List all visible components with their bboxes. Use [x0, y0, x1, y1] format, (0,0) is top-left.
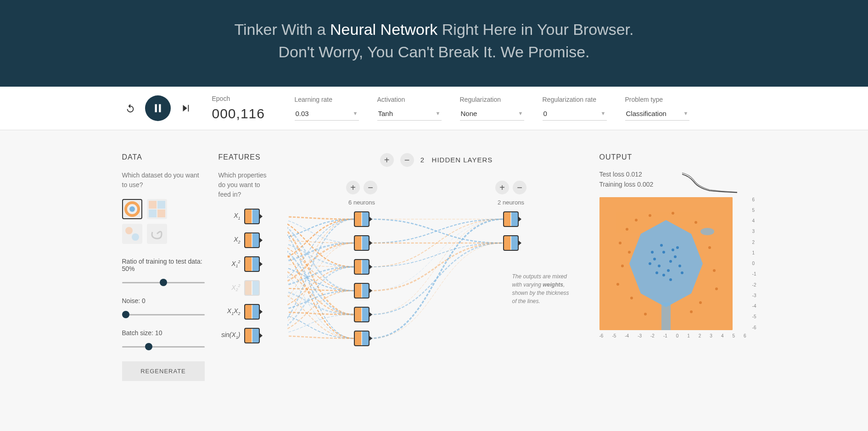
- feature-node[interactable]: [244, 280, 260, 296]
- neuron-node[interactable]: [354, 283, 370, 298]
- neuron-node[interactable]: [354, 259, 370, 275]
- svg-point-10: [700, 228, 714, 235]
- step-button[interactable]: [177, 100, 194, 116]
- regularization-label: Regularization: [460, 96, 524, 103]
- features-column: FEATURES Which properties do you want to…: [218, 153, 274, 352]
- dataset-xor[interactable]: [147, 199, 167, 219]
- feature-row: X1X2: [218, 304, 274, 320]
- data-subtitle: Which dataset do you want to use?: [122, 171, 205, 190]
- dataset-grid: [122, 199, 205, 244]
- noise-slider[interactable]: [122, 314, 205, 315]
- add-neuron-button[interactable]: +: [495, 181, 509, 194]
- neuron-node[interactable]: [354, 211, 370, 227]
- svg-point-28: [635, 219, 638, 221]
- features-subtitle: Which properties do you want to feed in?: [218, 171, 274, 199]
- svg-point-19: [649, 262, 651, 265]
- play-pause-button[interactable]: [145, 95, 171, 121]
- feature-row: X22: [218, 280, 274, 296]
- learning-rate-select[interactable]: 0.03 ▼: [295, 107, 359, 121]
- svg-point-22: [681, 271, 683, 274]
- feature-label: X2: [218, 236, 241, 244]
- neuron-node[interactable]: [354, 235, 370, 251]
- feature-row: X2: [218, 232, 274, 248]
- chevron-down-icon: ▼: [353, 111, 358, 116]
- feature-row: sin(X1): [218, 328, 274, 343]
- dataset-circle[interactable]: [122, 199, 142, 219]
- regularization-select[interactable]: None ▼: [460, 107, 524, 121]
- svg-point-29: [694, 221, 697, 224]
- svg-rect-5: [157, 210, 165, 217]
- remove-neuron-button[interactable]: −: [513, 181, 526, 194]
- controls-bar: Epoch 000,116 Learning rate 0.03 ▼ Activ…: [0, 87, 868, 130]
- svg-point-32: [699, 301, 702, 304]
- feature-node[interactable]: [244, 209, 260, 224]
- dataset-spiral[interactable]: [147, 224, 167, 244]
- batch-slider[interactable]: [122, 346, 205, 348]
- svg-point-24: [669, 278, 672, 281]
- ratio-slider[interactable]: [122, 282, 205, 283]
- svg-point-21: [660, 244, 663, 247]
- neuron-node[interactable]: [354, 307, 370, 322]
- hidden-layer-label: HIDDEN LAYERS: [432, 156, 493, 164]
- add-neuron-button[interactable]: +: [346, 181, 360, 194]
- svg-point-23: [655, 271, 658, 274]
- feature-node[interactable]: [244, 256, 260, 272]
- output-heatmap[interactable]: [599, 197, 733, 330]
- epoch-value: 000,116: [212, 106, 276, 122]
- loss-chart: [682, 171, 737, 193]
- svg-point-20: [672, 249, 674, 251]
- problem-type-label: Problem type: [625, 96, 689, 103]
- output-y-axis: 6543210-1-2-3-4-5-6: [752, 197, 756, 330]
- svg-point-36: [649, 214, 651, 217]
- remove-neuron-button[interactable]: −: [364, 181, 377, 194]
- svg-point-6: [125, 227, 133, 234]
- svg-point-18: [662, 274, 665, 276]
- remove-layer-button[interactable]: −: [400, 153, 414, 167]
- activation-label: Activation: [377, 96, 442, 103]
- svg-point-15: [653, 258, 656, 260]
- output-column: OUTPUT Test loss 0.012 Training loss 0.0…: [599, 153, 746, 330]
- feature-node[interactable]: [244, 328, 260, 343]
- output-title: OUTPUT: [599, 153, 746, 161]
- svg-point-40: [616, 283, 619, 286]
- regenerate-button[interactable]: REGENERATE: [122, 361, 205, 381]
- pause-icon: [152, 102, 164, 114]
- svg-point-37: [672, 212, 674, 215]
- layer-neuron-count: 2 neurons: [498, 199, 524, 206]
- svg-point-7: [132, 233, 139, 241]
- dataset-gauss[interactable]: [122, 224, 142, 244]
- svg-rect-3: [157, 201, 165, 209]
- data-column: DATA Which dataset do you want to use? R…: [122, 153, 205, 381]
- learning-rate-label: Learning rate: [295, 96, 359, 103]
- reset-button[interactable]: [122, 100, 139, 116]
- neuron-node[interactable]: [503, 211, 519, 227]
- svg-point-42: [628, 251, 631, 254]
- svg-rect-2: [149, 201, 157, 209]
- step-icon: [180, 103, 190, 113]
- svg-point-25: [676, 246, 679, 249]
- neuron-node[interactable]: [354, 331, 370, 346]
- feature-label: X22: [218, 283, 241, 292]
- page-header: Tinker With a Neural Network Right Here …: [0, 0, 868, 87]
- features-title: FEATURES: [218, 153, 274, 161]
- problem-type-select[interactable]: Classification ▼: [625, 107, 689, 121]
- svg-point-26: [651, 251, 654, 254]
- svg-point-13: [658, 265, 661, 267]
- neuron-node[interactable]: [503, 235, 519, 251]
- output-x-axis: -6-5-4-3-2-10123456: [599, 333, 746, 338]
- add-layer-button[interactable]: +: [380, 153, 394, 167]
- epoch-display: Epoch 000,116: [212, 95, 276, 122]
- feature-node[interactable]: [244, 304, 260, 320]
- playback-controls: [122, 95, 194, 121]
- svg-rect-4: [149, 210, 157, 217]
- svg-point-33: [630, 297, 633, 299]
- svg-point-31: [713, 269, 716, 272]
- batch-label: Batch size: 10: [122, 329, 205, 337]
- feature-label: sin(X1): [218, 331, 241, 340]
- chevron-down-icon: ▼: [601, 111, 606, 116]
- feature-row: X12: [218, 256, 274, 272]
- feature-node[interactable]: [244, 232, 260, 248]
- reg-rate-select[interactable]: 0 ▼: [543, 107, 607, 121]
- hidden-layer: +−2 neurons: [495, 181, 526, 346]
- activation-select[interactable]: Tanh ▼: [377, 107, 442, 121]
